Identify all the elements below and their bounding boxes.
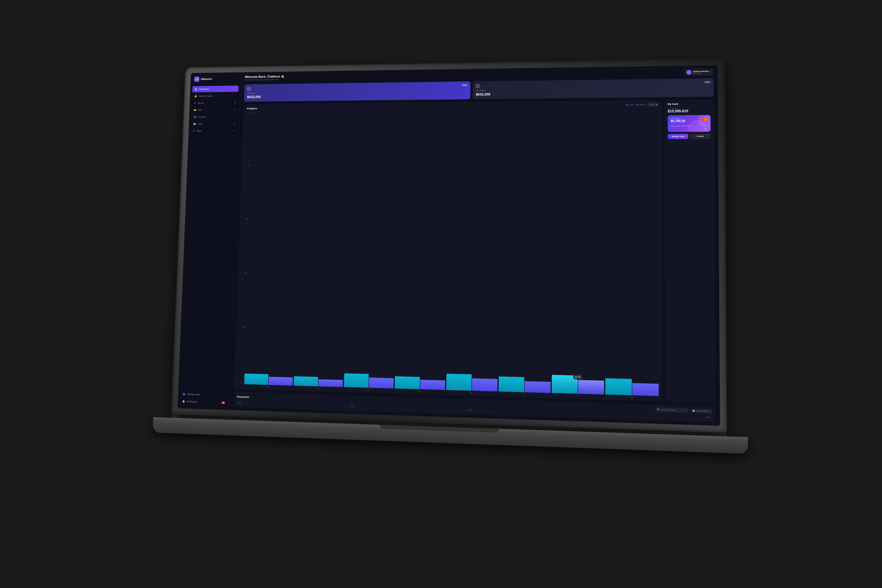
total-income-card: ↓ 0.08% Total Income $632,000: [244, 81, 471, 102]
card-balance-section: Card Balance $15,595.015: [668, 107, 711, 113]
sidebar-item-pay[interactable]: 💳 Pay ▼: [192, 106, 238, 113]
income-icon: ↓: [247, 87, 251, 91]
manage-users-label: Manage users: [187, 393, 200, 396]
x-label-mar: Mar: [344, 388, 394, 391]
pay-label: Pay: [198, 109, 202, 111]
card-number: 5282 3456 7890 1289: [670, 125, 708, 127]
manage-users-icon: 👥: [183, 393, 185, 395]
transfer-button[interactable]: Transfer: [690, 134, 711, 139]
user-profile[interactable]: Chathura Bandara SilverLeap ▾: [684, 68, 714, 76]
outcome-icon: ↗: [476, 84, 480, 88]
analytics-panel: Analytics Income Outcome: [234, 100, 662, 402]
user-avatar: [686, 70, 691, 75]
bar-jun-outcome: [525, 381, 550, 393]
mastercard-logo: [701, 117, 708, 122]
bar-aug: [606, 378, 659, 396]
topup-arrow: ▼: [234, 102, 236, 104]
bar-mar-outcome: [369, 378, 394, 388]
bar-aug-outcome: [632, 383, 658, 396]
sidebar-item-notifications[interactable]: 🔔 Notifications 09: [180, 398, 227, 406]
pay-icon: 💳: [194, 109, 196, 111]
sidebar-item-top-up[interactable]: ⬆ Top up ▼: [192, 100, 238, 106]
calendar-icon: 📅: [693, 410, 695, 412]
card-expiry: 09/25: [670, 128, 708, 129]
welcome-subtitle: Here's what's happening with your wallet…: [245, 78, 284, 81]
other-icon: ⚙: [193, 130, 195, 132]
chart-grid: [244, 108, 659, 396]
app-layout: 🪱 Silkworm 🏠 Dashboard: [178, 65, 720, 426]
x-label-feb: Feb: [294, 387, 343, 390]
bar-aug-income: [606, 378, 632, 395]
sidebar-item-currency[interactable]: 🌐 Currency: [191, 114, 237, 120]
source-label: Source of funds: [199, 95, 213, 97]
y-label-4: 40K: [241, 272, 247, 273]
card-nav-label: Card: [198, 123, 202, 125]
date-chevron-icon: ▾: [710, 410, 710, 412]
bar-may: [446, 374, 498, 392]
bar-mar-income: [344, 374, 369, 388]
sidebar-item-manage-users[interactable]: 👥 Manage users: [180, 391, 228, 399]
chart-bars-area: July 2020 $56,436.0: [244, 108, 658, 399]
main-content: Welcome Back, Chathura 👋 Here's what's h…: [230, 65, 720, 426]
manage-cards-button[interactable]: Manage Cards: [668, 134, 688, 139]
chart-tooltip: July 2020 $56,436.0: [573, 374, 582, 380]
search-box[interactable]: 🔍: [655, 407, 689, 413]
date-filter[interactable]: 📅 10 Mar - 10 Mar ▾: [690, 408, 712, 414]
sidebar-bottom: 👥 Manage users 🔔 Notifications 09: [180, 388, 228, 406]
dashboard-label: Dashboard: [199, 88, 209, 90]
income-legend-dot: [626, 104, 627, 105]
outcome-badge: 0.08%: [704, 81, 711, 83]
th-amount: Amount: [466, 409, 586, 414]
y-label-2: 20K: [244, 165, 250, 166]
notifications-label: Notifications: [187, 400, 198, 403]
source-icon: 💰: [194, 95, 197, 98]
th-status: Status: [586, 412, 711, 418]
search-input[interactable]: [661, 409, 687, 411]
other-label: Other: [196, 130, 202, 132]
x-label-jun: Jun: [498, 393, 550, 396]
currency-icon: 🌐: [194, 116, 196, 118]
sidebar-item-card[interactable]: 💴 Card ▼: [191, 120, 237, 127]
bar-may-income: [446, 374, 472, 391]
bar-jul: July 2020 $56,436.0: [552, 375, 604, 394]
sidebar-item-other[interactable]: ⚙ Other ▼: [191, 128, 237, 134]
bar-jan: [244, 374, 293, 386]
user-info: Chathura Bandara SilverLeap: [693, 70, 709, 74]
sidebar-item-source-of-funds[interactable]: 💰 Source of funds: [192, 93, 238, 99]
other-arrow: ▼: [233, 130, 235, 132]
bar-jul-outcome: [578, 380, 604, 394]
transaction-controls: 🔍 📅 10 Mar - 10 Mar ▾: [655, 407, 712, 414]
topup-icon: ⬆: [194, 102, 196, 104]
analytics-legend: Income Outcome 2024 2023: [626, 103, 658, 106]
total-outcome-card: ↗ 0.08% Total Outcome $632,000: [472, 78, 714, 99]
bar-feb-income: [294, 376, 318, 386]
card-balance-value: $15,595.015: [668, 109, 711, 113]
income-badge: 0.08%: [462, 84, 468, 86]
bar-jan-income: [244, 374, 268, 385]
user-tier: SilverLeap: [693, 72, 709, 74]
x-label-may: May: [446, 391, 498, 394]
bar-feb-outcome: [318, 379, 343, 387]
notifications-icon: 🔔: [182, 400, 185, 403]
outcome-legend-label: Outcome: [638, 104, 645, 106]
stats-row: ↓ 0.08% Total Income $632,000 ↗ 0.08% T: [244, 78, 714, 102]
chart-container: 60K 50K 40K 30K 20K 10K: [237, 108, 659, 399]
y-label-3: 30K: [243, 218, 248, 220]
th-date: Date: [351, 405, 466, 411]
transaction-title: Transaction: [237, 395, 249, 399]
search-icon: 🔍: [657, 408, 660, 411]
sidebar-nav: 🏠 Dashboard 💰 Source of funds: [180, 86, 238, 390]
sidebar-logo: 🪱 Silkworm: [193, 76, 239, 82]
mastercard-orange: [704, 117, 708, 122]
bar-apr-income: [395, 376, 420, 389]
income-legend: Income: [626, 104, 633, 106]
outcome-legend: Outcome: [636, 104, 645, 106]
x-label-jan: Jan: [244, 386, 292, 388]
bar-apr: [395, 376, 445, 390]
sidebar-item-dashboard[interactable]: 🏠 Dashboard: [192, 86, 238, 92]
credit-card: Current Balance $5,750.20 5282 3456 7890…: [668, 115, 711, 132]
year-selector[interactable]: 2024 2023 2022: [647, 103, 658, 106]
my-card-title: My Card: [668, 102, 711, 105]
pay-arrow: ▼: [234, 109, 236, 111]
y-label-6: 60K: [237, 381, 243, 383]
